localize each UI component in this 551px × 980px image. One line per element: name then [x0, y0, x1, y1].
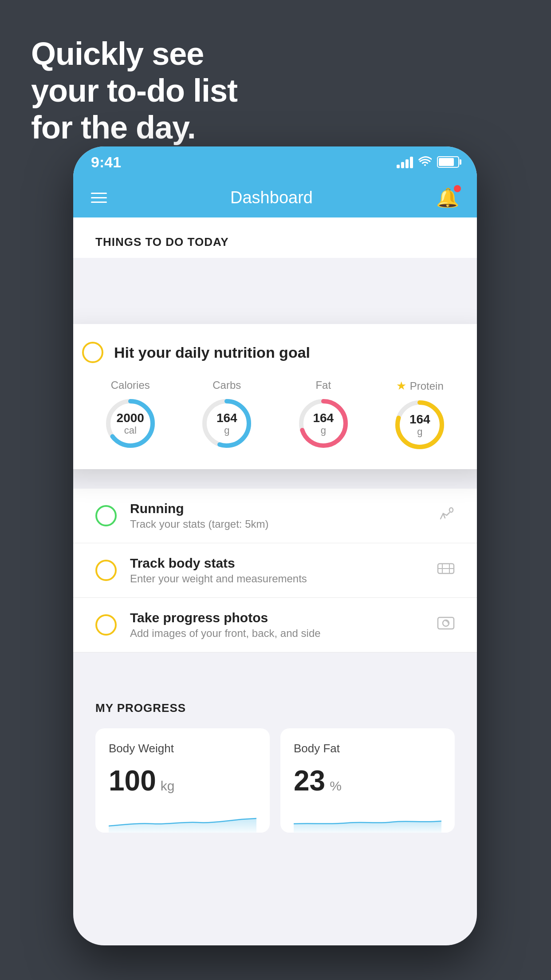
body-weight-chart — [109, 806, 256, 833]
progress-cards: Body Weight 100 kg — [95, 728, 455, 833]
body-weight-card: Body Weight 100 kg — [95, 728, 270, 833]
fat-label: Fat — [315, 379, 331, 391]
todo-item-body-stats[interactable]: Track body stats Enter your weight and m… — [73, 543, 477, 598]
wifi-icon — [418, 155, 432, 169]
app-header: Dashboard 🔔 — [73, 178, 477, 217]
body-stats-name: Track body stats — [130, 556, 424, 571]
body-weight-card-title: Body Weight — [109, 742, 256, 755]
phone-frame: 9:41 Dashboard 🔔 — [73, 146, 477, 945]
header-title: Dashboard — [230, 188, 313, 207]
photos-icon — [437, 616, 455, 635]
status-bar: 9:41 — [73, 146, 477, 178]
body-fat-card-title: Body Fat — [294, 742, 441, 755]
nutrition-calories: Calories 2000 cal — [104, 379, 157, 450]
my-progress-section: MY PROGRESS Body Weight 100 kg — [73, 679, 477, 846]
status-icons — [397, 155, 459, 169]
body-stats-sub: Enter your weight and measurements — [130, 573, 424, 585]
things-section-wrap: THINGS TO DO TODAY Hit your daily nutrit… — [73, 217, 477, 258]
running-sub: Track your stats (target: 5km) — [130, 518, 424, 530]
body-fat-value: 23 % — [294, 764, 441, 797]
fat-chart: 164 g — [297, 397, 350, 450]
running-radio[interactable] — [95, 505, 117, 526]
hero-text: Quickly see your to-do list for the day. — [31, 36, 237, 146]
spacer — [73, 652, 477, 679]
nutrition-goal-radio[interactable] — [82, 342, 103, 363]
body-stats-icon — [437, 561, 455, 580]
nutrition-card: Hit your daily nutrition goal Calories 2… — [73, 324, 477, 469]
nutrition-protein: ★ Protein 164 g — [393, 379, 446, 451]
running-icon — [437, 506, 455, 526]
svg-rect-12 — [438, 617, 454, 629]
body-stats-text: Track body stats Enter your weight and m… — [130, 556, 424, 585]
body-stats-radio[interactable] — [95, 560, 117, 581]
calories-label: Calories — [111, 379, 150, 391]
carbs-chart: 164 g — [200, 397, 253, 450]
hero-line1: Quickly see — [31, 36, 237, 72]
body-fat-chart — [294, 806, 441, 833]
hero-line3: for the day. — [31, 109, 237, 146]
body-weight-value: 100 kg — [109, 764, 256, 797]
nutrition-carbs: Carbs 164 g — [200, 379, 253, 450]
todo-item-photos[interactable]: Take progress photos Add images of your … — [73, 598, 477, 652]
photos-radio[interactable] — [95, 614, 117, 636]
hero-line2: your to-do list — [31, 72, 237, 109]
todo-list: Running Track your stats (target: 5km) T… — [73, 489, 477, 652]
carbs-label: Carbs — [213, 379, 241, 391]
star-icon: ★ — [396, 379, 406, 393]
notification-dot — [454, 185, 461, 192]
notification-button[interactable]: 🔔 — [436, 187, 459, 209]
card-title-row: Hit your daily nutrition goal — [82, 342, 468, 363]
things-section-title: THINGS TO DO TODAY — [95, 235, 455, 258]
nutrition-card-title: Hit your daily nutrition goal — [114, 344, 310, 361]
nutrition-row: Calories 2000 cal Carbs — [82, 379, 468, 451]
things-section: THINGS TO DO TODAY — [73, 217, 477, 258]
nutrition-fat: Fat 164 g — [297, 379, 350, 450]
my-progress-title: MY PROGRESS — [95, 701, 455, 715]
signal-icon — [397, 156, 413, 168]
calories-chart: 2000 cal — [104, 397, 157, 450]
protein-label: ★ Protein — [396, 379, 444, 393]
status-time: 9:41 — [91, 154, 121, 171]
photos-sub: Add images of your front, back, and side — [130, 627, 424, 640]
photos-text: Take progress photos Add images of your … — [130, 610, 424, 640]
running-text: Running Track your stats (target: 5km) — [130, 501, 424, 530]
body-fat-card: Body Fat 23 % — [280, 728, 455, 833]
photos-name: Take progress photos — [130, 610, 424, 625]
battery-icon — [437, 156, 459, 168]
menu-button[interactable] — [91, 193, 107, 203]
protein-chart: 164 g — [393, 398, 446, 451]
running-name: Running — [130, 501, 424, 516]
todo-item-running[interactable]: Running Track your stats (target: 5km) — [73, 489, 477, 543]
